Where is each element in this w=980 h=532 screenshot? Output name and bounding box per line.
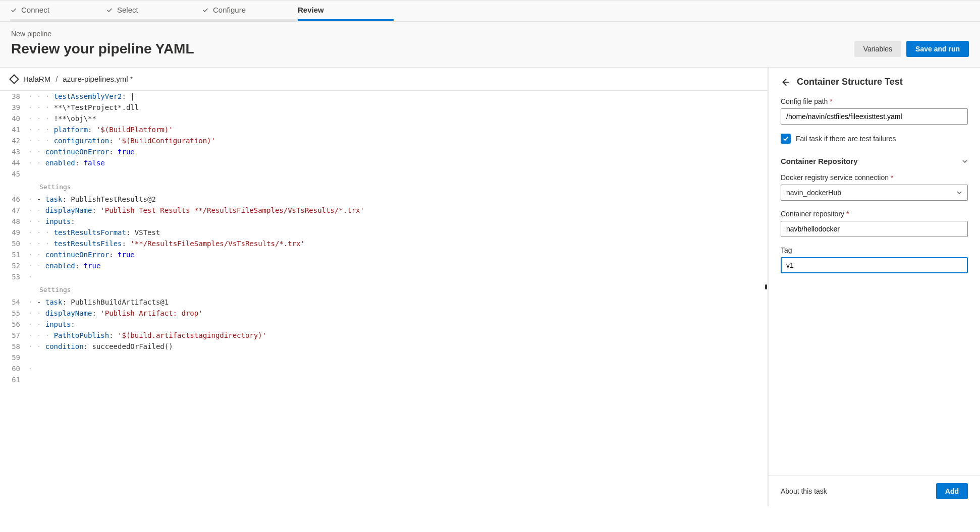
path-separator: /: [56, 75, 58, 83]
breadcrumb: New pipeline: [11, 30, 194, 38]
code-line[interactable]: 58· · condition: succeededOrFailed(): [0, 341, 768, 352]
container-repository-section[interactable]: Container Repository: [781, 154, 968, 173]
repo-name[interactable]: HalaRM: [23, 75, 50, 83]
config-path-input[interactable]: [781, 108, 968, 125]
back-arrow-icon[interactable]: [781, 78, 790, 87]
check-icon: [106, 7, 113, 14]
add-button[interactable]: Add: [936, 483, 968, 499]
resize-handle[interactable]: [765, 279, 768, 294]
code-line[interactable]: 40· · · !**\obj\**: [0, 113, 768, 124]
panel-title: Container Structure Test: [797, 77, 903, 87]
chevron-down-icon: [962, 158, 968, 164]
check-icon: [202, 7, 209, 14]
check-icon: [782, 135, 789, 142]
code-line[interactable]: 49· · · testResultsFormat: VSTest: [0, 227, 768, 238]
about-task-link[interactable]: About this task: [781, 487, 827, 495]
config-path-label: Config file path *: [781, 97, 968, 105]
fail-task-label: Fail task if there are test failures: [796, 135, 896, 143]
code-line[interactable]: 45: [0, 168, 768, 180]
file-bar: HalaRM / azure-pipelines.yml *: [0, 68, 768, 91]
task-settings-link[interactable]: Settings: [35, 284, 768, 295]
tag-input[interactable]: [781, 257, 968, 273]
code-line[interactable]: 56· · inputs:: [0, 319, 768, 330]
editor-pane: HalaRM / azure-pipelines.yml * 38· · · t…: [0, 68, 768, 506]
code-line[interactable]: 52· · enabled: true: [0, 260, 768, 271]
code-editor[interactable]: 38· · · testAssemblyVer2: |39· · · **\*T…: [0, 91, 768, 506]
chevron-down-icon: [956, 190, 962, 196]
docker-conn-label: Docker registry service connection *: [781, 173, 968, 182]
check-icon: [10, 7, 17, 14]
save-and-run-button[interactable]: Save and run: [906, 41, 969, 57]
code-line[interactable]: 61: [0, 374, 768, 385]
code-line[interactable]: 59: [0, 352, 768, 363]
container-repo-input[interactable]: [781, 221, 968, 237]
fail-task-checkbox[interactable]: [781, 134, 791, 144]
code-line[interactable]: 54· - task: PublishBuildArtifacts@1: [0, 297, 768, 308]
code-line[interactable]: 57· · · PathtoPublish: '$(build.artifact…: [0, 330, 768, 341]
variables-button[interactable]: Variables: [854, 41, 901, 57]
code-line[interactable]: 38· · · testAssemblyVer2: |: [0, 91, 768, 102]
tag-label: Tag: [781, 246, 968, 254]
code-line[interactable]: 60·: [0, 363, 768, 374]
svg-rect-0: [10, 75, 19, 83]
wizard-step-connect[interactable]: Connect: [10, 1, 106, 21]
wizard-step-review[interactable]: Review: [298, 1, 394, 21]
code-line[interactable]: 39· · · **\*TestProject*.dll: [0, 102, 768, 113]
docker-conn-select[interactable]: navin_dockerHub: [781, 185, 968, 201]
wizard-step-select[interactable]: Select: [106, 1, 202, 21]
code-line[interactable]: 46· - task: PublishTestResults@2: [0, 194, 768, 205]
code-line[interactable]: 41· · · platform: '$(BuildPlatform)': [0, 124, 768, 135]
code-line[interactable]: 55· · displayName: 'Publish Artifact: dr…: [0, 308, 768, 319]
wizard-bar: ConnectSelectConfigureReview: [0, 0, 980, 22]
code-line[interactable]: 44· · enabled: false: [0, 157, 768, 168]
code-line[interactable]: 48· · inputs:: [0, 216, 768, 227]
page-header: New pipeline Review your pipeline YAML V…: [0, 22, 980, 68]
repo-icon: [9, 73, 20, 85]
file-name[interactable]: azure-pipelines.yml *: [63, 75, 133, 83]
page-title: Review your pipeline YAML: [11, 41, 194, 57]
task-panel: Container Structure Test Config file pat…: [768, 68, 980, 506]
container-repo-label: Container repository *: [781, 210, 968, 218]
code-line[interactable]: 51· · continueOnError: true: [0, 249, 768, 260]
wizard-step-configure[interactable]: Configure: [202, 1, 298, 21]
code-line[interactable]: 47· · displayName: 'Publish Test Results…: [0, 205, 768, 216]
code-line[interactable]: 43· · continueOnError: true: [0, 146, 768, 157]
code-line[interactable]: 42· · · configuration: '$(BuildConfigura…: [0, 135, 768, 146]
code-line[interactable]: 50· · · testResultsFiles: '**/ResultsFil…: [0, 238, 768, 249]
code-line[interactable]: 53·: [0, 271, 768, 282]
task-settings-link[interactable]: Settings: [35, 182, 768, 193]
